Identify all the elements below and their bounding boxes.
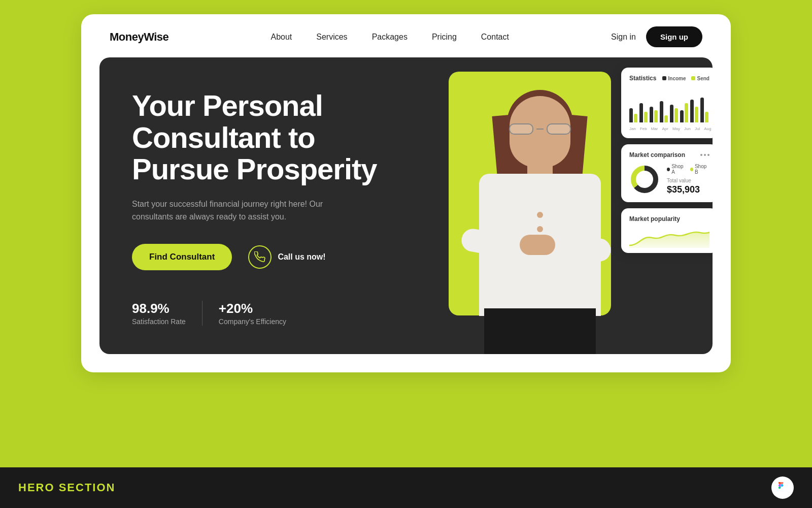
statistics-title: Statistics (629, 75, 656, 82)
legend-label-income: Income (668, 76, 686, 81)
month-label: Feb (640, 126, 647, 131)
hero-right: Statistics Income Send (418, 57, 713, 354)
nav-link-pricing[interactable]: Pricing (432, 33, 457, 41)
market-popularity-card: Market popularity (621, 208, 713, 253)
stat-satisfaction: 98.9% Satisfaction Rate (132, 301, 202, 326)
market-comparison-card: Market comparison (621, 144, 713, 202)
bar-group (660, 101, 668, 122)
stat-efficiency: +20% Company's Efficiency (202, 301, 302, 326)
wave-area (629, 228, 709, 248)
bar-green (664, 115, 668, 122)
nav-item-services[interactable]: Services (316, 33, 347, 42)
svg-point-2 (636, 171, 653, 187)
bar-green (644, 112, 648, 122)
navbar: MoneyWise About Services Packages Pricin… (81, 14, 731, 57)
bar-group (650, 107, 658, 123)
bar-dark (690, 100, 694, 123)
month-label: Apr (662, 126, 668, 131)
month-label: May (672, 126, 680, 131)
logo: MoneyWise (110, 30, 168, 44)
signin-button[interactable]: Sign in (611, 33, 636, 42)
hero-title: Your Personal Consultant to Pursue Prosp… (132, 90, 390, 185)
bar-green (654, 110, 658, 123)
figma-icon (771, 477, 794, 499)
mleg-dot-a (667, 168, 670, 171)
dashboard-cards: Statistics Income Send (621, 68, 713, 253)
nav-link-services[interactable]: Services (316, 33, 347, 41)
mleg-label-b: Shop B (695, 164, 709, 175)
nav-link-contact[interactable]: Contact (481, 33, 509, 41)
nav-item-about[interactable]: About (270, 33, 292, 42)
outer-card: MoneyWise About Services Packages Pricin… (81, 14, 731, 372)
hero-section: Your Personal Consultant to Pursue Prosp… (99, 57, 713, 354)
bar-dark (639, 103, 643, 123)
stat-label-efficiency: Company's Efficiency (219, 318, 286, 326)
wave-chart (629, 228, 709, 248)
bar-group (700, 98, 708, 122)
total-value: $35,903 (667, 184, 709, 195)
find-consultant-button[interactable]: Find Consultant (132, 244, 232, 270)
nav-item-pricing[interactable]: Pricing (432, 33, 457, 42)
legend-dot-send (691, 76, 695, 80)
bar-dark (660, 101, 663, 122)
bar-group (690, 100, 698, 123)
stat-label-satisfaction: Satisfaction Rate (132, 318, 186, 326)
statistics-card: Statistics Income Send (621, 68, 713, 138)
nav-links: About Services Packages Pricing Contact (270, 33, 509, 42)
stat-value-satisfaction: 98.9% (132, 301, 186, 316)
market-legend: Shop A Shop B (667, 164, 709, 175)
month-label: Aug (704, 126, 711, 131)
bar-group (680, 103, 688, 123)
market-comparison-title: Market comparison (629, 151, 685, 158)
month-label: Jun (684, 126, 691, 131)
market-card-content: Shop A Shop B Total value $35,903 (629, 164, 709, 195)
legend-dot-income (662, 76, 666, 80)
nav-link-packages[interactable]: Packages (372, 33, 408, 41)
hero-buttons: Find Consultant Call us now! (132, 244, 390, 270)
bar-green (674, 108, 678, 122)
month-label: Jul (695, 126, 700, 131)
hero-stats: 98.9% Satisfaction Rate +20% Company's E… (132, 301, 390, 326)
nav-item-contact[interactable]: Contact (481, 33, 509, 42)
donut-chart (629, 164, 660, 195)
bar-dark (629, 108, 633, 122)
popularity-title: Market popularity (629, 215, 680, 223)
bar-dark (680, 110, 684, 123)
bar-group (670, 105, 678, 122)
statistics-legend: Income Send (662, 76, 709, 81)
stat-value-efficiency: +20% (219, 301, 286, 316)
bar-green (695, 107, 698, 123)
bar-green (685, 103, 688, 123)
bar-dark (700, 98, 704, 122)
hero-left: Your Personal Consultant to Pursue Prosp… (99, 57, 418, 354)
bar-dark (650, 107, 653, 123)
hero-content: Your Personal Consultant to Pursue Prosp… (132, 90, 390, 301)
person-figure (433, 85, 647, 354)
month-label: Jan (629, 126, 636, 131)
mleg-label-a: Shop A (671, 164, 686, 175)
hero-subtitle: Start your successful financial journey … (132, 198, 345, 224)
card-menu-dots[interactable] (700, 154, 709, 156)
nav-link-about[interactable]: About (270, 33, 292, 41)
signup-button[interactable]: Sign up (646, 26, 702, 47)
bar-green (705, 112, 708, 122)
phone-icon (248, 245, 272, 269)
nav-actions: Sign in Sign up (611, 26, 702, 47)
bottom-label-text: HERO SECTION (18, 481, 115, 494)
bar-green (634, 114, 637, 123)
call-btn-label: Call us now! (278, 252, 325, 262)
month-label: Mar (651, 126, 658, 131)
bar-group (629, 108, 637, 122)
bar-group (639, 103, 648, 123)
bottom-bar: HERO SECTION (0, 467, 812, 508)
total-value-label: Total value (667, 178, 709, 183)
bar-labels: JanFebMarAprMayJunJulAug (629, 126, 709, 131)
bar-dark (670, 105, 673, 122)
nav-item-packages[interactable]: Packages (372, 33, 408, 42)
mleg-dot-b (690, 168, 693, 171)
statistics-bars (629, 87, 709, 122)
call-now-button[interactable]: Call us now! (248, 245, 325, 269)
legend-label-send: Send (697, 76, 709, 81)
